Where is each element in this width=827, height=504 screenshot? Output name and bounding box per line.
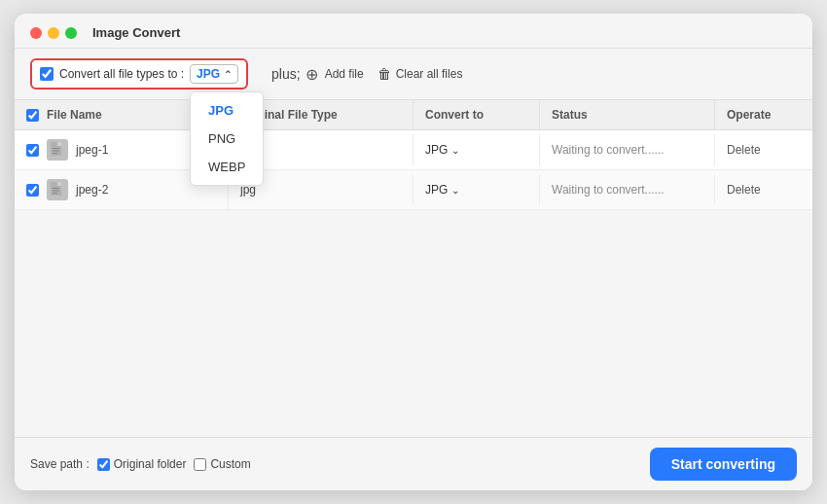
td-operate-2: Delete [715,174,812,205]
original-folder-option: Original folder [97,457,187,471]
clear-all-label: Clear all files [396,67,463,81]
svg-rect-7 [53,188,59,189]
file-icon-1 [47,139,68,161]
chevron-up-icon: ⌃ [224,69,232,80]
th-convert-to: Convert to [414,100,540,129]
convert-all-checkbox[interactable] [40,67,54,81]
td-operate-1: Delete [715,134,812,165]
table-body: jpeg-1 jpg JPG ⌄ Waiting to convert.....… [15,130,812,437]
plus-icon: plus; [271,66,301,82]
original-folder-label: Original folder [114,457,187,471]
custom-label: Custom [210,457,250,471]
th-operate: Operate [715,100,812,129]
delete-button-2[interactable]: Delete [727,183,761,197]
add-icon: ⊕ [306,65,318,84]
save-path-section: Save path : Original folder Custom [30,457,251,471]
svg-rect-8 [53,191,59,192]
th-status: Status [540,100,715,129]
minimize-button[interactable] [48,27,59,39]
table-row: jpeg-1 jpg JPG ⌄ Waiting to convert.....… [15,130,812,170]
original-folder-checkbox[interactable] [97,458,110,471]
convert-to-value-2: JPG [425,183,448,197]
selected-format-text: JPG [197,67,220,81]
start-converting-button[interactable]: Start converting [650,448,797,481]
svg-rect-6 [57,182,61,186]
delete-button-1[interactable]: Delete [727,143,761,157]
svg-rect-2 [53,148,59,149]
td-status-2: Waiting to convert...... [540,174,715,205]
title-bar: Image Convert [15,14,812,49]
table-area: File Name Original File Type Convert to … [15,100,812,437]
toolbar-actions: plus; ⊕ Add file 🗑 Clear all files [271,65,462,84]
status-text-2: Waiting to convert...... [552,183,665,197]
svg-rect-4 [53,153,57,154]
traffic-lights [30,27,77,39]
convert-to-dropdown-1[interactable]: JPG ⌄ [425,143,527,157]
save-path-label: Save path : [30,457,90,471]
dropdown-option-png[interactable]: PNG [191,125,263,153]
convert-all-label: Convert all file types to : [59,67,184,81]
clear-all-button[interactable]: 🗑 Clear all files [378,66,463,82]
chevron-down-icon-2: ⌄ [451,185,459,196]
table-header: File Name Original File Type Convert to … [15,100,812,130]
td-convert-to-2: JPG ⌄ [414,174,540,205]
svg-rect-9 [53,193,57,194]
add-file-button[interactable]: plus; ⊕ Add file [271,65,364,84]
col-filename: File Name [47,108,102,122]
window-title: Image Convert [92,25,180,40]
format-wrapper: JPG ⌃ JPG PNG WEBP [190,64,238,84]
custom-option: Custom [194,457,250,471]
add-file-label: Add file [325,67,364,81]
file-icon-2 [47,179,68,200]
convert-all-box: Convert all file types to : JPG ⌃ JPG PN… [30,58,248,90]
select-all-checkbox[interactable] [26,109,39,122]
convert-to-value-1: JPG [425,143,448,157]
trash-icon: 🗑 [378,66,391,82]
dropdown-option-webp[interactable]: WEBP [191,153,263,181]
table-row: jpeg-2 jpg JPG ⌄ Waiting to convert.....… [15,170,812,210]
app-window: Image Convert Convert all file types to … [15,14,812,490]
row-checkbox-1[interactable] [26,144,39,157]
close-button[interactable] [30,27,42,39]
filename-2: jpeg-2 [76,183,108,197]
status-text-1: Waiting to convert...... [552,143,665,157]
td-status-1: Waiting to convert...... [540,134,715,165]
footer: Save path : Original folder Custom Start… [15,437,812,490]
filename-1: jpeg-1 [76,143,108,157]
maximize-button[interactable] [65,27,77,39]
format-dropdown[interactable]: JPG ⌃ [190,64,238,84]
convert-to-dropdown-2[interactable]: JPG ⌄ [425,183,527,197]
dropdown-option-jpg[interactable]: JPG [191,96,263,125]
chevron-down-icon-1: ⌄ [451,145,459,156]
td-convert-to-1: JPG ⌄ [414,134,540,165]
row-checkbox-2[interactable] [26,184,39,197]
format-dropdown-menu: JPG PNG WEBP [190,91,264,186]
svg-rect-1 [57,142,61,146]
custom-checkbox[interactable] [194,458,206,471]
toolbar: Convert all file types to : JPG ⌃ JPG PN… [15,49,812,100]
svg-rect-3 [53,151,59,152]
